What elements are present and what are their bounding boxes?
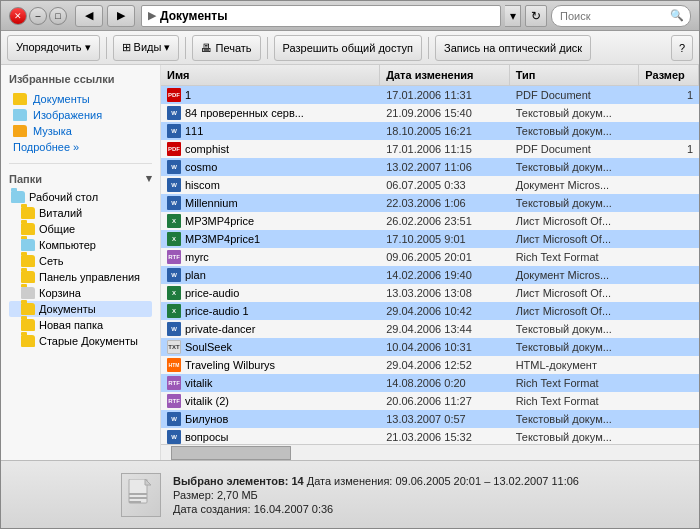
folder-item-network[interactable]: Сеть [9,253,152,269]
file-type-cell: Лист Microsoft Of... [510,304,640,318]
table-row[interactable]: HTM Traveling Wilburys 29.04.2006 12:52 … [161,356,699,374]
forward-button[interactable]: ▶ [107,5,135,27]
file-name-cell: PDF 1 [161,87,380,103]
sidebar-item-images[interactable]: Изображения [9,107,152,123]
sidebar-more-link[interactable]: Подробнее » [9,139,152,155]
maximize-button[interactable]: □ [49,7,67,25]
file-date-cell: 17.01.2006 11:31 [380,88,510,102]
table-row[interactable]: W hiscom 06.07.2005 0:33 Документ Micros… [161,176,699,194]
doc-icon: W [167,412,181,426]
file-name: SoulSeek [185,341,232,353]
table-row[interactable]: RTF vitalik 14.08.2006 0:20 Rich Text Fo… [161,374,699,392]
file-date-cell: 13.03.2006 13:08 [380,286,510,300]
table-row[interactable]: RTF vitalik (2) 20.06.2006 11:27 Rich Te… [161,392,699,410]
close-button[interactable]: ✕ [9,7,27,25]
table-row[interactable]: PDF comphist 17.01.2006 11:15 PDF Docume… [161,140,699,158]
folder-label-network: Сеть [39,255,63,267]
sidebar-item-documents[interactable]: Документы [9,91,152,107]
col-header-size[interactable]: Размер [639,65,699,85]
table-row[interactable]: TXT SoulSeek 10.04.2006 10:31 Текстовый … [161,338,699,356]
nav-buttons: ◀ ▶ [75,5,135,27]
folder-item-trash[interactable]: Корзина [9,285,152,301]
file-type-cell: Лист Microsoft Of... [510,232,640,246]
file-name: 1 [185,89,191,101]
documents-icon [13,93,27,105]
file-date-cell: 21.09.2006 15:40 [380,106,510,120]
music-icon [13,125,27,137]
file-type-cell: Текстовый докум... [510,412,640,426]
sidebar-link-images-label: Изображения [33,109,102,121]
table-row[interactable]: W 111 18.10.2005 16:21 Текстовый докум..… [161,122,699,140]
file-size-cell: 1 [639,142,699,156]
folder-item-olddocs[interactable]: Старые Документы [9,333,152,349]
col-header-name[interactable]: Имя [161,65,380,85]
file-type-cell: Текстовый докум... [510,196,640,210]
file-name-cell: W вопросы [161,429,380,445]
computer-folder-icon [21,239,35,251]
search-bar: 🔍 [551,5,691,27]
refresh-button[interactable]: ↻ [525,5,547,27]
doc-icon: W [167,106,181,120]
folder-item-controlpanel[interactable]: Панель управления [9,269,152,285]
newfolder-folder-icon [21,319,35,331]
main-content: Избранные ссылки Документы Изображения М… [1,65,699,460]
folders-header[interactable]: Папки ▾ [9,172,152,185]
sidebar-item-music[interactable]: Музыка [9,123,152,139]
table-row[interactable]: W plan 14.02.2006 19:40 Документ Micros.… [161,266,699,284]
table-row[interactable]: RTF myrc 09.06.2005 20:01 Rich Text Form… [161,248,699,266]
doc-icon: W [167,268,181,282]
file-name-cell: TXT SoulSeek [161,339,380,355]
table-row[interactable]: X price-audio 1 29.04.2006 10:42 Лист Mi… [161,302,699,320]
file-list: Имя Дата изменения Тип Размер PDF 1 17.0… [161,65,699,460]
folder-label-trash: Корзина [39,287,81,299]
col-header-date[interactable]: Дата изменения [380,65,510,85]
folder-item-computer[interactable]: Компьютер [9,237,152,253]
file-date-cell: 21.03.2006 15:32 [380,430,510,444]
help-button[interactable]: ? [671,35,693,61]
minimize-button[interactable]: – [29,7,47,25]
views-button[interactable]: ⊞ Виды ▾ [113,35,180,61]
file-name-cell: RTF vitalik [161,375,380,391]
file-size-cell [639,202,699,204]
folder-item-shared[interactable]: Общие [9,221,152,237]
horizontal-scrollbar[interactable] [161,444,699,460]
table-row[interactable]: W private-dancer 29.04.2006 13:44 Тексто… [161,320,699,338]
col-header-type[interactable]: Тип [510,65,640,85]
table-row[interactable]: W Millennium 22.03.2006 1:06 Текстовый д… [161,194,699,212]
address-text: Документы [160,9,227,23]
print-button[interactable]: 🖶 Печать [192,35,260,61]
pdf-icon: PDF [167,142,181,156]
file-size-cell [639,418,699,420]
table-row[interactable]: X MP3MP4price 26.02.2006 23:51 Лист Micr… [161,212,699,230]
burn-button[interactable]: Запись на оптический диск [435,35,591,61]
address-dropdown[interactable]: ▾ [505,5,521,27]
table-row[interactable]: PDF 1 17.01.2006 11:31 PDF Document 1 [161,86,699,104]
file-type-cell: Текстовый докум... [510,124,640,138]
organize-button[interactable]: Упорядочить ▾ [7,35,100,61]
folder-item-desktop[interactable]: Рабочий стол [9,189,152,205]
window: ✕ – □ ◀ ▶ ▶ Документы ▾ ↻ 🔍 Упорядочить … [0,0,700,529]
h-scroll-thumb[interactable] [171,446,291,460]
search-input[interactable] [560,10,670,22]
xls-icon: X [167,286,181,300]
file-name-cell: X price-audio [161,285,380,301]
table-row[interactable]: X price-audio 13.03.2006 13:08 Лист Micr… [161,284,699,302]
back-button[interactable]: ◀ [75,5,103,27]
folder-item-newfolder[interactable]: Новая папка [9,317,152,333]
window-controls: ✕ – □ [9,7,67,25]
table-row[interactable]: W Билунов 13.03.2007 0:57 Текстовый доку… [161,410,699,428]
file-name: MP3MP4price1 [185,233,260,245]
doc-icon: W [167,430,181,444]
folder-item-documents[interactable]: Документы [9,301,152,317]
file-type-cell: PDF Document [510,88,640,102]
file-type-cell: Rich Text Format [510,394,640,408]
file-date-cell: 29.04.2006 13:44 [380,322,510,336]
table-row[interactable]: W вопросы 21.03.2006 15:32 Текстовый док… [161,428,699,444]
vitaliy-folder-icon [21,207,35,219]
folder-item-vitaliy[interactable]: Виталий [9,205,152,221]
table-row[interactable]: W 84 проверенных серв... 21.09.2006 15:4… [161,104,699,122]
table-row[interactable]: W cosmo 13.02.2007 11:06 Текстовый докум… [161,158,699,176]
table-row[interactable]: X MP3MP4price1 17.10.2005 9:01 Лист Micr… [161,230,699,248]
file-size-cell [639,436,699,438]
share-button[interactable]: Разрешить общий доступ [274,35,423,61]
